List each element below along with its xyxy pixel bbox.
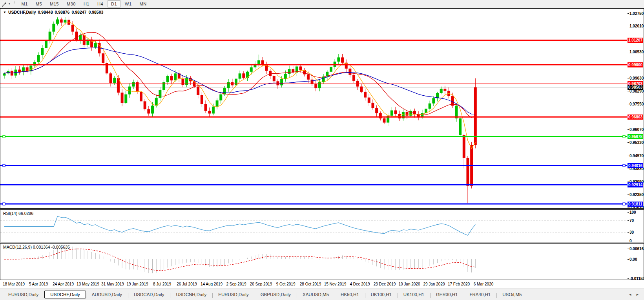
rsi-tick: 70 [629, 218, 634, 223]
date-tick-label: 4 Dec 2019 [350, 282, 370, 286]
timeframe-button-M5[interactable]: M5 [32, 0, 46, 7]
chart-tab-GER30-H1[interactable]: GER30,H1 [430, 291, 464, 298]
rsi-chart[interactable] [0, 210, 627, 242]
chart-tab-USDCAD-Daily[interactable]: USDCAD,Daily [128, 291, 170, 298]
chart-tab-EURUSD-Daily[interactable]: EURUSD,Daily [2, 291, 44, 298]
price-tick: 0.96070 [629, 127, 644, 132]
chart-tab-GBPUSD-Daily[interactable]: GBPUSD,Daily [255, 291, 297, 298]
rsi-tick: 100 [629, 210, 636, 215]
cursor-tool-button[interactable]: ▾ [0, 1, 12, 7]
moving-average-5 [4, 22, 475, 148]
chart-tab-USDCNH-Daily[interactable]: USDCNH,Daily [170, 291, 212, 298]
tab-scroll-left-icon[interactable]: ◄ [628, 293, 632, 296]
ohlc-close: 0.98503 [88, 10, 103, 15]
chart-workspace: ▼ USDCHF,Daily 0.98448 0.98876 0.98247 0… [0, 8, 644, 300]
date-tick-label: 23 Dec 2019 [374, 282, 396, 286]
chart-tab-USOil-M5[interactable]: USOil,M5 [496, 291, 527, 298]
timeframe-button-M15[interactable]: M15 [46, 0, 62, 7]
timeframe-button-H4[interactable]: H4 [94, 0, 107, 7]
date-tick-label: 18 Mar 2019 [3, 282, 25, 286]
chart-symbol-label: USDCHF,Daily [8, 10, 36, 15]
timeframe-button-MN[interactable]: MN [136, 0, 150, 7]
price-tick: 0.92350 [629, 192, 644, 197]
chart-title: ▼ USDCHF,Daily 0.98448 0.98876 0.98247 0… [3, 10, 103, 15]
ohlc-low: 0.98247 [71, 10, 86, 15]
current-price-label: 0.98503 [628, 85, 643, 90]
macd-signal-line [4, 249, 475, 271]
macd-tick: 0.006167 [629, 246, 644, 251]
tab-scroll-arrows: ◄► [628, 293, 639, 296]
date-tick-label: 2 Sep 2019 [226, 282, 246, 286]
macd-indicator-label: MACD(12,26,9) 0.001364 -0.005635 [3, 245, 70, 249]
date-tick-label: 17 Feb 2020 [448, 282, 470, 286]
price-tick: 1.00530 [629, 49, 644, 55]
macd-pane: MACD(12,26,9) 0.001364 -0.005635 0.00616… [0, 243, 644, 280]
price-pane: ▼ USDCHF,Daily 0.98448 0.98876 0.98247 0… [0, 8, 644, 209]
date-tick-label: 9 Oct 2019 [276, 282, 296, 286]
ohlc-high: 0.98876 [55, 10, 70, 15]
date-tick-label: 14 Aug 2019 [201, 282, 223, 286]
chart-tab-XAUUSD-M5[interactable]: XAUUSD,M5 [297, 291, 335, 298]
rsi-tick: 0 [629, 238, 632, 244]
timeframe-button-M30[interactable]: M30 [63, 0, 79, 7]
date-tick-label: 26 Jul 2019 [177, 282, 197, 286]
price-label-badge: 0.99800 [628, 62, 643, 67]
candlestick-chart[interactable] [0, 9, 627, 208]
rsi-tick: 30 [629, 230, 634, 235]
date-tick-label: 31 May 2019 [101, 282, 124, 286]
macd-axis: 0.0061670.00-0.011531 [627, 244, 644, 280]
chart-tab-UK100-H1[interactable]: UK100,H1 [365, 291, 398, 298]
chart-tab-EURUSD-Daily[interactable]: EURUSD,Daily [212, 291, 254, 298]
date-tick-label: 24 Apr 2019 [53, 282, 74, 286]
date-tick-label: 28 Oct 2019 [300, 282, 321, 286]
price-tick: 0.95330 [629, 140, 644, 145]
chart-tab-HK50-H1[interactable]: HK50,H1 [335, 291, 365, 298]
price-tick: 0.99030 [629, 76, 644, 81]
rsi-indicator-label: RSI(14) 66.0286 [3, 211, 33, 216]
chart-tab-UK100-H1[interactable]: UK100,H1 [398, 291, 430, 298]
toolbar-grip-handle[interactable] [13, 1, 15, 7]
price-label-badge: 0.91811 [628, 202, 643, 207]
top-toolbar: ▾ M1M5M15M30H1H4D1W1MN [0, 0, 644, 8]
date-tick-label: 13 May 2019 [77, 282, 99, 286]
date-tick-label: 8 Jul 2019 [153, 282, 171, 286]
price-label-badge: 0.96803 [628, 115, 643, 120]
toolbar-separator [152, 1, 152, 7]
timeframe-button-D1[interactable]: D1 [108, 0, 120, 7]
timeframe-button-M1[interactable]: M1 [18, 0, 31, 7]
date-tick-label: 10 Jan 2020 [398, 282, 420, 286]
date-tick-label: 5 Apr 2019 [29, 282, 48, 286]
price-tick: 0.97550 [629, 102, 644, 107]
timeframe-button-H1[interactable]: H1 [80, 0, 93, 7]
timeframe-button-W1[interactable]: W1 [121, 0, 135, 7]
price-tick: 0.94570 [629, 153, 644, 158]
price-label-badge: 0.94016 [628, 163, 643, 168]
chart-tab-FRA40-H1[interactable]: FRA40,H1 [464, 291, 497, 298]
price-label-badge: 1.01207 [628, 38, 643, 43]
chart-tab-AUDUSD-Daily[interactable]: AUDUSD,Daily [86, 291, 128, 298]
date-tick-label: 29 Jan 2020 [423, 282, 445, 286]
crosshair-cursor-icon [2, 1, 7, 7]
rsi-pane: RSI(14) 66.0286 10070300 [0, 209, 644, 242]
macd-histogram [4, 246, 475, 273]
ohlc-open: 0.98448 [38, 10, 53, 15]
date-tick-label: 6 Mar 2020 [474, 282, 494, 286]
price-label-badge: 0.92914 [628, 182, 643, 187]
date-axis[interactable]: 18 Mar 20195 Apr 201924 Apr 201913 May 2… [0, 280, 644, 289]
timeframe-button-group: M1M5M15M30H1H4D1W1MN [18, 0, 151, 7]
chart-tab-USDCHF-Daily[interactable]: USDCHF,Daily [44, 291, 86, 298]
price-tick: 1.02010 [629, 24, 644, 29]
date-tick-label: 20 Sep 2019 [250, 282, 272, 286]
rsi-line [4, 216, 475, 236]
price-label-badge: 0.95678 [628, 134, 643, 139]
tab-scroll-right-icon[interactable]: ► [636, 293, 639, 296]
date-tick-label: 15 Nov 2019 [324, 282, 347, 286]
tool-dropdown-caret[interactable]: ▾ [9, 2, 10, 5]
date-tick-label: 19 Jun 2019 [126, 282, 148, 286]
price-axis: 1.027501.020101.005300.990300.982900.975… [627, 9, 644, 208]
macd-tick: 0.00 [629, 257, 637, 262]
collapse-triangle-icon[interactable]: ▼ [3, 11, 6, 14]
macd-chart[interactable] [0, 244, 627, 280]
price-tick: 1.02750 [629, 11, 644, 16]
rsi-axis: 10070300 [627, 210, 644, 242]
